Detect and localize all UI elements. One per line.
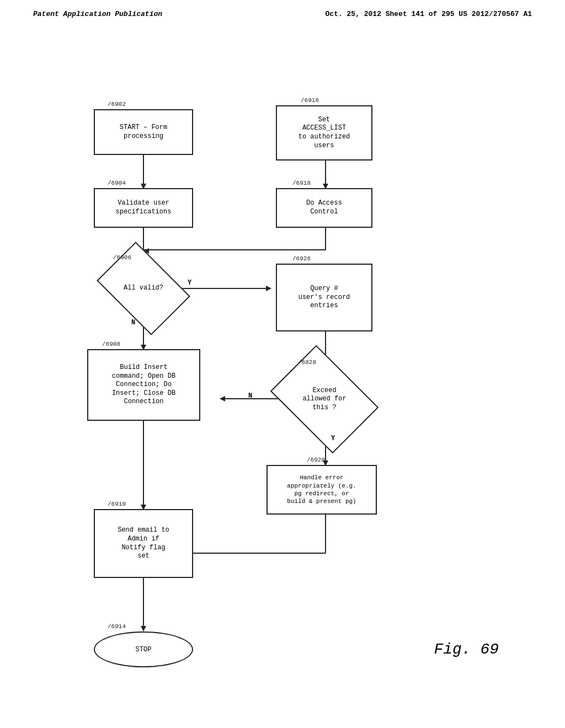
label-6918: /6918 (292, 180, 311, 186)
label-6902: /6902 (108, 101, 126, 108)
page: Patent Application Publication Oct. 25, … (0, 0, 565, 728)
node-6918-label: Do AccessControl (306, 199, 342, 216)
publication-label: Patent Application Publication (33, 10, 162, 18)
label-6914: /6914 (108, 623, 126, 630)
node-6906: All valid? (105, 261, 182, 316)
label-6908: /6908 (102, 341, 120, 347)
node-6910: Send email toAdmin ifNotify flagset (94, 509, 193, 578)
node-6828-label: Exceedallowed forthis ? (302, 387, 346, 413)
node-6914: STOP (94, 631, 193, 667)
node-6916: SetACCESS_LISTto authorizedusers (276, 105, 372, 160)
fig-label: Fig. 69 (434, 641, 499, 658)
label-6904: /6904 (108, 180, 126, 186)
arrow-label-y-6906: Y (188, 279, 191, 287)
node-6902: START – Formprocessing (94, 109, 193, 155)
svg-marker-5 (266, 286, 271, 291)
label-6910: /6910 (108, 501, 126, 507)
arrow-label-y-6828: Y (331, 435, 335, 442)
node-6918: Do AccessControl (276, 188, 372, 228)
node-6828: Exceedallowed forthis ? (280, 367, 369, 432)
node-6908-label: Build Insertcommand; Open DBConnection; … (112, 363, 175, 406)
node-6906-label: All valid? (124, 284, 163, 293)
node-6926: Query #user's recordentries (276, 264, 372, 331)
label-6920: /6920 (307, 457, 325, 463)
sheet-info: Oct. 25, 2012 Sheet 141 of 295 US 2012/2… (326, 10, 532, 18)
node-6904: Validate userspecifications (94, 188, 193, 228)
node-6902-label: START – Formprocessing (120, 124, 167, 141)
node-6914-label: STOP (136, 646, 152, 654)
page-header: Patent Application Publication Oct. 25, … (0, 0, 565, 24)
label-6926: /6926 (292, 255, 311, 262)
svg-marker-25 (141, 626, 146, 631)
node-6904-label: Validate userspecifications (116, 199, 172, 216)
arrow-label-n-6906: N (131, 319, 135, 326)
diagram-area: START – Formprocessing /6902 SetACCESS_L… (0, 24, 565, 702)
label-6916: /6916 (301, 97, 319, 104)
node-6920: Handle errorappropriately (e.g.pg redire… (266, 465, 377, 515)
node-6920-label: Handle errorappropriately (e.g.pg redire… (287, 474, 356, 505)
node-6910-label: Send email toAdmin ifNotify flagset (118, 526, 169, 560)
label-6828: /6828 (298, 359, 316, 366)
node-6916-label: SetACCESS_LISTto authorizedusers (299, 116, 350, 150)
node-6908: Build Insertcommand; Open DBConnection; … (87, 349, 200, 421)
svg-marker-16 (220, 396, 225, 402)
node-6926-label: Query #user's recordentries (299, 285, 350, 311)
arrow-label-n-6828: N (248, 392, 252, 400)
label-6906: /6906 (113, 254, 131, 261)
